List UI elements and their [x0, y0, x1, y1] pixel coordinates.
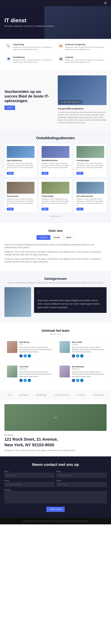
footer-text: Sample text. Click to select the text bo… [4, 520, 107, 522]
mary-avatar [60, 341, 70, 353]
form-group-message: Message [4, 489, 107, 503]
logistiek-desc: Sample text. Click to select the text bo… [65, 59, 105, 64]
testimonials-sub: We broken een webOplost vriningissen. Wa… [4, 282, 107, 284]
submit-button[interactable]: APPLY NOW [46, 507, 65, 512]
footer: Sample text. Click to select the text bo… [0, 518, 111, 524]
dev-card-app-button[interactable]: SAVE [7, 172, 14, 175]
service-grafisch: 🎨 Grafische vormgeving Sample text. Clic… [57, 42, 107, 52]
testimonial-content: " Amet luctus venenatis lectus magna fri… [34, 287, 107, 313]
dev-card-app-image [7, 146, 34, 158]
dev-card-overleg-button[interactable]: SAVE [77, 172, 83, 175]
message-textarea[interactable] [4, 491, 107, 503]
tab-missie[interactable]: Missie [63, 235, 74, 240]
ontwikkeling-title: Ontwikkeling [13, 56, 53, 58]
bob-info: Bob Brown CEO Quae erat lecum torean mol… [19, 341, 51, 358]
logo-lottomatics: LOTTOMATICS [54, 394, 69, 396]
dev-card-support-title: 24/7 ondersteuning [77, 195, 104, 197]
dev-card-toep: Toepassingen Sample text. Click to selec… [39, 180, 72, 213]
about-section: Voorbereiden op uw succes Bied de beste … [0, 70, 111, 130]
testimonials-heading: Getuigenissen [4, 277, 107, 281]
map-placeholder: Kaart [4, 404, 107, 431]
bob-linkedin-icon[interactable]: in [28, 354, 31, 358]
date-input[interactable] [57, 482, 107, 487]
about-more-button[interactable]: MORE [4, 106, 15, 110]
dev-services-grid: App-ontwikkeling Sample text. Click to s… [4, 144, 107, 213]
josh-facebook-icon[interactable]: f [19, 379, 23, 382]
address-input[interactable] [4, 473, 54, 478]
dev-services-section: Ontwikkelingsdiensten App-ontwikkeling S… [0, 130, 111, 223]
copywriting-icon: ✏️ [6, 43, 11, 49]
logo-classic: CLASSIC [77, 394, 85, 396]
dev-card-team-image [7, 182, 34, 194]
dev-footer-text: ontwikkeling van [50, 215, 62, 217]
dev-card-toep-title: Toepassingen [42, 195, 69, 197]
mary-name: Mary Smith [72, 341, 104, 343]
bob-desc: Quae erat lecum torean molanie alle ult … [19, 346, 51, 353]
team-card-nat: Nat Reynolds Marketing Quae erat lecum t… [57, 363, 107, 384]
josh-linkedin-icon[interactable]: in [28, 379, 31, 382]
dev-card-toep-button[interactable]: SAVE [42, 208, 48, 210]
service-logistiek: 📦 Logistiek Sample text. Click to select… [57, 54, 107, 65]
grafisch-desc: Sample text. Click to select the text bo… [65, 46, 105, 51]
ontwikkeling-desc: Sample text. Click to select the text bo… [13, 59, 53, 64]
name-label: Naam [57, 470, 107, 472]
bob-twitter-icon[interactable]: t [23, 354, 27, 358]
mary-twitter-icon[interactable]: t [76, 354, 79, 358]
over-heading: Over ons [4, 229, 107, 233]
place-label: Plaats [4, 434, 107, 436]
nat-linkedin-icon[interactable]: in [80, 379, 84, 382]
form-group-name: Naam [57, 470, 107, 478]
dev-services-heading: Ontwikkelingsdiensten [4, 136, 107, 140]
over-text-1: Brave is een innovatieve weboplossing di… [4, 244, 107, 249]
about-img-label: Top geschikte programma [59, 100, 82, 104]
form-group-date: Datum [57, 480, 107, 487]
nat-twitter-icon[interactable]: t [76, 379, 79, 382]
hero-section: IT dienst Wij bieden uitbestede voor kle… [0, 6, 111, 39]
dev-card-mobiel-button[interactable]: SAVE [42, 172, 48, 175]
about-image: Top geschikte programma [58, 76, 107, 105]
place-address-1: 121 Rock Sreet, 21 Avenue, [4, 437, 107, 442]
dev-card-mobiel-desc: Sample text. Click to select the text bo… [42, 162, 69, 171]
testimonial-image [4, 287, 31, 317]
josh-avatar [7, 366, 17, 378]
dev-card-support-button[interactable]: SAVE [77, 208, 83, 210]
place-address-2: New York, NY 92103-9000 [4, 442, 107, 448]
dev-card-mobiel-title: Mobiliteitsdiensten [42, 160, 69, 162]
nat-facebook-icon[interactable]: f [72, 379, 75, 382]
tab-overzicht[interactable]: Overzicht [37, 235, 50, 240]
nat-avatar [60, 366, 70, 378]
over-content: Brave is een innovatieve weboplossing di… [4, 244, 107, 265]
bob-facebook-icon[interactable]: f [19, 354, 23, 358]
hero-subtitle: Wij bieden uitbestede voor kleine en mid… [4, 25, 54, 28]
hamburger-icon[interactable]: ☰ [104, 2, 107, 5]
dev-card-support-image [77, 182, 104, 194]
dev-card-mobiel: Mobiliteitsdiensten Sample text. Click t… [39, 144, 72, 177]
date-label: Datum [57, 480, 107, 482]
address-label: Adres [4, 470, 54, 472]
mary-social: f t in [72, 354, 104, 358]
contact-heading: Neem contact met ons op [4, 462, 107, 467]
josh-twitter-icon[interactable]: t [23, 379, 27, 382]
mary-linkedin-icon[interactable]: in [80, 354, 84, 358]
contact-section: Neem contact met ons op Adres Naam Phone… [0, 456, 111, 518]
dev-card-overleg: Overleg plegen Sample text. Click to sel… [74, 144, 107, 177]
service-ontwikkeling: 💻 Ontwikkeling Sample text. Click to sel… [4, 54, 54, 65]
josh-name: Josh Rich [19, 366, 51, 368]
dev-card-team-button[interactable]: SAVE [7, 208, 14, 210]
dev-card-team-desc: Sample text. Click to select the text bo… [7, 198, 34, 206]
logo-drumtime: DRUMTIME [36, 394, 47, 396]
top-program-title: Top geschikte programma [58, 108, 107, 110]
name-input[interactable] [57, 473, 107, 478]
nat-role: Marketing [72, 368, 104, 370]
mary-facebook-icon[interactable]: f [72, 354, 75, 358]
phone-input[interactable] [4, 482, 54, 487]
logos-section: CRJ BRANDIT DRUMTIME LOTTOMATICS CLASSIC… [0, 390, 111, 400]
over-text-2: Sample text. Click to select the text bo… [4, 250, 107, 256]
team-card-mary: Mary Smith Designer Quae erat lecum tore… [57, 338, 107, 360]
logistiek-title: Logistiek [65, 56, 105, 58]
dev-card-app: App-ontwikkeling Sample text. Click to s… [4, 144, 37, 177]
tab-founder[interactable]: Founder [50, 235, 63, 240]
team-section: Ontmoet het team Afbeelding van Bob Brow… [0, 323, 111, 390]
logistiek-icon: 📦 [58, 56, 64, 62]
logo-brandit: BRANDIT [19, 394, 28, 396]
